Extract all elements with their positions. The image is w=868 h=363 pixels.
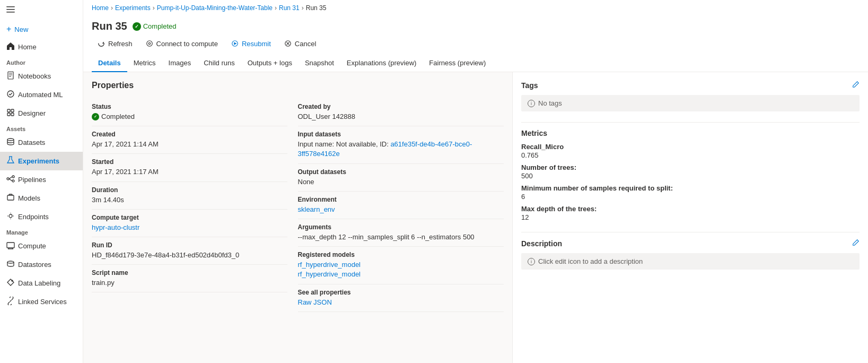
sidebar-item-experiments[interactable]: Experiments: [0, 152, 83, 170]
designer-icon: [6, 108, 15, 118]
prop-arguments: Arguments --max_depth 12 --min_samples_s…: [298, 219, 504, 247]
svg-rect-8: [7, 109, 10, 112]
sidebar-item-notebooks[interactable]: Notebooks: [0, 67, 83, 85]
compute-target-link[interactable]: hypr-auto-clustr: [92, 223, 139, 231]
environment-link[interactable]: sklearn_env: [298, 205, 335, 213]
sidebar-item-models[interactable]: Models: [0, 189, 83, 208]
description-header: Description: [521, 239, 860, 248]
prop-input-datasets: Input datasets Input name: Not available…: [298, 126, 504, 163]
refresh-button[interactable]: Refresh: [92, 37, 138, 50]
svg-rect-3: [8, 72, 13, 79]
properties-grid: Status Completed Created Apr 17, 2021 1:…: [92, 99, 504, 312]
props-right-col: Created by ODL_User 142888 Input dataset…: [298, 99, 504, 312]
sidebar-item-linked-services[interactable]: Linked Services: [0, 292, 83, 311]
tab-details[interactable]: Details: [92, 55, 127, 72]
sidebar-item-automated-ml[interactable]: Automated ML: [0, 85, 83, 104]
data-labeling-icon: [6, 278, 15, 288]
breadcrumb-run31[interactable]: Run 31: [279, 4, 300, 12]
description-edit-icon[interactable]: [852, 239, 860, 248]
svg-point-20: [9, 214, 12, 218]
connect-compute-button[interactable]: Connect to compute: [140, 37, 223, 50]
svg-line-17: [9, 177, 12, 179]
tab-images[interactable]: Images: [162, 55, 198, 72]
status-text: Completed: [143, 22, 177, 30]
divider-1: [521, 122, 860, 123]
svg-line-18: [9, 179, 12, 181]
tab-outputs-logs[interactable]: Outputs + logs: [241, 55, 299, 72]
sidebar-item-designer[interactable]: Designer: [0, 104, 83, 123]
automated-ml-icon: [6, 90, 15, 100]
svg-rect-9: [11, 109, 14, 112]
sidebar-item-endpoints[interactable]: Endpoints: [0, 208, 83, 226]
sidebar-item-data-labeling[interactable]: Data Labeling: [0, 274, 83, 292]
divider-2: [521, 232, 860, 232]
prop-run-id: Run ID HD_f846d179-3e7e-48a4-b31f-ed502d…: [92, 237, 287, 265]
tab-snapshot[interactable]: Snapshot: [299, 55, 340, 72]
status-icon: [133, 22, 141, 31]
svg-rect-0: [6, 6, 15, 7]
tags-section: Tags i No tags: [521, 81, 860, 111]
refresh-icon: [97, 39, 106, 48]
experiments-icon: [6, 156, 15, 166]
content-area: Properties Status Completed C: [83, 72, 868, 363]
prop-output-datasets: Output datasets None: [298, 164, 504, 192]
tab-child-runs[interactable]: Child runs: [197, 55, 241, 72]
metric-num-trees: Number of trees: 500: [521, 163, 860, 180]
assets-section-label: Assets: [0, 123, 83, 133]
pipelines-icon: [6, 175, 15, 185]
page-title: Run 35: [92, 20, 127, 32]
resubmit-button[interactable]: Resubmit: [225, 37, 276, 50]
info-icon: i: [528, 100, 535, 107]
plus-icon: +: [6, 25, 11, 33]
svg-marker-31: [234, 42, 236, 45]
breadcrumb: Home › Experiments › Pump-it-Up-Data-Min…: [83, 0, 868, 16]
registered-model-link-2[interactable]: rf_hyperdrive_model: [298, 270, 361, 278]
breadcrumb-experiments[interactable]: Experiments: [115, 4, 151, 12]
description-info-icon: i: [528, 258, 535, 265]
datasets-icon: [6, 137, 15, 148]
metric-recall-micro: Recall_Micro 0.765: [521, 143, 860, 159]
prop-see-all: See all properties Raw JSON: [298, 284, 504, 312]
svg-rect-10: [7, 113, 10, 116]
sidebar-item-datasets[interactable]: Datasets: [0, 133, 83, 152]
datastores-icon: [6, 260, 15, 270]
description-section: Description i Click edit icon to add a d…: [521, 239, 860, 270]
sidebar-item-pipelines[interactable]: Pipelines: [0, 170, 83, 189]
home-nav-item[interactable]: Home: [0, 38, 83, 56]
registered-model-link-1[interactable]: rf_hyperdrive_model: [298, 261, 361, 269]
tags-header: Tags: [521, 81, 860, 90]
prop-created: Created Apr 17, 2021 1:14 AM: [92, 126, 287, 154]
breadcrumb-home[interactable]: Home: [92, 4, 109, 12]
svg-rect-1: [6, 9, 15, 10]
prop-status: Status Completed: [92, 99, 287, 126]
right-panel: Tags i No tags Metrics Recall_Micro: [513, 72, 868, 363]
svg-point-7: [7, 91, 14, 97]
svg-rect-19: [7, 195, 14, 200]
sidebar-item-compute[interactable]: Compute: [0, 237, 83, 255]
tab-fairness[interactable]: Fairness (preview): [423, 55, 492, 72]
svg-point-25: [7, 261, 14, 263]
svg-point-29: [148, 42, 151, 45]
props-left-col: Status Completed Created Apr 17, 2021 1:…: [92, 99, 298, 312]
breadcrumb-run35: Run 35: [306, 4, 327, 12]
completed-status: Completed: [92, 112, 287, 122]
manage-section-label: Manage: [0, 226, 83, 237]
connect-icon: [145, 39, 154, 48]
models-icon: [6, 193, 15, 203]
home-icon: [6, 42, 15, 52]
new-button[interactable]: + New: [0, 21, 83, 38]
breadcrumb-experiment-name[interactable]: Pump-it-Up-Data-Mining-the-Water-Table: [157, 4, 273, 12]
tab-metrics[interactable]: Metrics: [127, 55, 162, 72]
hamburger-menu[interactable]: [0, 0, 83, 21]
endpoints-icon: [6, 212, 15, 222]
linked-services-icon: [6, 297, 15, 307]
tags-edit-icon[interactable]: [852, 81, 860, 90]
tab-explanations[interactable]: Explanations (preview): [340, 55, 423, 72]
raw-json-link[interactable]: Raw JSON: [298, 298, 332, 306]
svg-rect-21: [7, 243, 14, 248]
cancel-button[interactable]: Cancel: [278, 37, 321, 50]
properties-title: Properties: [92, 81, 504, 90]
sidebar-item-datastores[interactable]: Datastores: [0, 255, 83, 274]
svg-point-16: [12, 180, 14, 182]
metrics-header: Metrics: [521, 129, 860, 137]
